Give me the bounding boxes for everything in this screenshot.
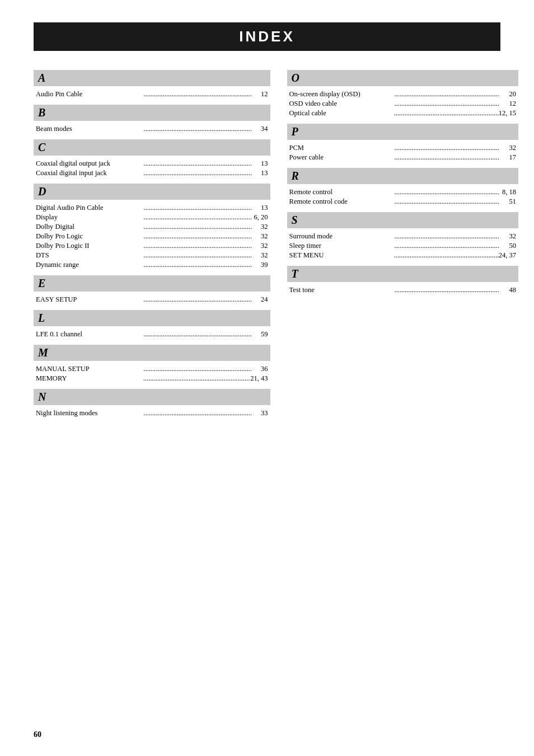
index-entry: Display.................................… bbox=[34, 213, 270, 222]
entry-label: Dolby Pro Logic II bbox=[36, 242, 142, 250]
section-header-n: N bbox=[34, 389, 270, 405]
entry-dots: ........................................… bbox=[393, 232, 499, 241]
index-entry: Coaxial digital input jack..............… bbox=[34, 168, 270, 178]
entry-label: Dolby Digital bbox=[36, 223, 142, 231]
entry-dots: ........................................… bbox=[142, 251, 251, 260]
entry-label: Night listening modes bbox=[36, 409, 142, 417]
entry-page: 32 bbox=[251, 232, 268, 241]
entry-dots: ........................................… bbox=[142, 223, 251, 231]
index-entry: Digital Audio Pin Cable.................… bbox=[34, 203, 270, 213]
entry-dots: ........................................… bbox=[393, 286, 499, 294]
section-header-s: S bbox=[287, 212, 519, 228]
entry-dots: ........................................… bbox=[142, 169, 251, 177]
entry-dots: ........................................… bbox=[142, 374, 251, 383]
section-header-m: M bbox=[34, 345, 270, 361]
entry-label: Audio Pin Cable bbox=[36, 90, 142, 98]
section-header-t: T bbox=[287, 266, 519, 282]
index-entry: DTS.....................................… bbox=[34, 251, 270, 260]
entry-dots: ........................................… bbox=[142, 242, 251, 250]
entry-dots: ........................................… bbox=[142, 295, 251, 304]
entry-page: 12 bbox=[251, 90, 268, 98]
section-header-o: O bbox=[287, 70, 519, 86]
index-columns: AAudio Pin Cable........................… bbox=[34, 64, 500, 418]
entry-label: OSD video cable bbox=[289, 100, 394, 108]
entry-page: 21, 43 bbox=[250, 374, 268, 383]
index-entry: On-screen display (OSD).................… bbox=[287, 90, 519, 99]
entry-page: 6, 20 bbox=[251, 213, 268, 222]
page-title: INDEX bbox=[34, 28, 500, 45]
entry-label: Remote control bbox=[289, 188, 394, 196]
entry-page: 13 bbox=[251, 169, 268, 177]
index-entry: MEMORY..................................… bbox=[34, 374, 270, 383]
entry-page: 50 bbox=[499, 242, 516, 250]
entry-label: Remote control code bbox=[289, 198, 394, 206]
entry-page: 48 bbox=[499, 286, 516, 294]
entry-dots: ........................................… bbox=[142, 213, 251, 222]
entry-page: 34 bbox=[251, 125, 268, 133]
index-entry: Power cable.............................… bbox=[287, 153, 519, 162]
entry-page: 32 bbox=[499, 144, 516, 152]
entry-label: Beam modes bbox=[36, 125, 142, 133]
index-entry: LFE 0.1 channel.........................… bbox=[34, 330, 270, 339]
index-entry: Optical cable...........................… bbox=[287, 109, 519, 118]
section-header-p: P bbox=[287, 124, 519, 140]
index-entry: EASY SETUP..............................… bbox=[34, 295, 270, 304]
entry-dots: ........................................… bbox=[393, 109, 499, 118]
entry-label: Sleep timer bbox=[289, 242, 394, 250]
entry-page: 8, 18 bbox=[499, 188, 516, 196]
entry-label: Coaxial digital output jack bbox=[36, 159, 142, 168]
entry-label: EASY SETUP bbox=[36, 295, 142, 304]
entry-page: 24 bbox=[251, 295, 268, 304]
entry-dots: ........................................… bbox=[393, 100, 499, 108]
index-entry: Sleep timer.............................… bbox=[287, 241, 519, 251]
index-entry: PCM.....................................… bbox=[287, 143, 519, 153]
entry-label: DTS bbox=[36, 251, 142, 260]
index-entry: MANUAL SETUP............................… bbox=[34, 364, 270, 374]
entry-label: MEMORY bbox=[36, 374, 142, 383]
entry-page: 17 bbox=[499, 153, 516, 162]
entry-label: Digital Audio Pin Cable bbox=[36, 204, 142, 212]
entry-dots: ........................................… bbox=[142, 125, 251, 133]
entry-label: Dolby Pro Logic bbox=[36, 232, 142, 241]
section-header-r: R bbox=[287, 168, 519, 184]
entry-page: 24, 37 bbox=[499, 251, 516, 260]
entry-label: SET MENU bbox=[289, 251, 393, 260]
index-entry: Dolby Pro Logic.........................… bbox=[34, 232, 270, 241]
index-entry: OSD video cable.........................… bbox=[287, 99, 519, 109]
entry-dots: ........................................… bbox=[142, 159, 251, 168]
entry-label: LFE 0.1 channel bbox=[36, 330, 142, 339]
entry-label: Surround mode bbox=[289, 232, 394, 241]
title-bar: INDEX bbox=[34, 22, 500, 51]
right-column: OOn-screen display (OSD)................… bbox=[287, 64, 519, 418]
index-entry: SET MENU................................… bbox=[287, 251, 519, 260]
entry-dots: ........................................… bbox=[393, 251, 499, 260]
index-entry: Remote control..........................… bbox=[287, 187, 519, 197]
index-entry: Surround mode...........................… bbox=[287, 232, 519, 241]
index-entry: Beam modes..............................… bbox=[34, 124, 270, 134]
entry-page: 33 bbox=[251, 409, 268, 417]
entry-dots: ........................................… bbox=[393, 90, 499, 98]
entry-label: Power cable bbox=[289, 153, 394, 162]
entry-page: 32 bbox=[499, 232, 516, 241]
entry-page: 51 bbox=[499, 198, 516, 206]
section-header-l: L bbox=[34, 310, 270, 326]
entry-dots: ........................................… bbox=[142, 409, 251, 417]
index-entry: Dynamic range...........................… bbox=[34, 260, 270, 270]
entry-page: 32 bbox=[251, 251, 268, 260]
entry-label: Dynamic range bbox=[36, 261, 142, 269]
entry-label: On-screen display (OSD) bbox=[289, 90, 394, 98]
entry-label: PCM bbox=[289, 144, 394, 152]
index-entry: Audio Pin Cable.........................… bbox=[34, 90, 270, 99]
entry-page: 59 bbox=[251, 330, 268, 339]
section-header-b: B bbox=[34, 105, 270, 121]
entry-page: 32 bbox=[251, 242, 268, 250]
index-entry: Dolby Pro Logic II......................… bbox=[34, 241, 270, 251]
entry-dots: ........................................… bbox=[142, 330, 251, 339]
entry-label: Test tone bbox=[289, 286, 394, 294]
page-number: 60 bbox=[34, 730, 41, 739]
entry-dots: ........................................… bbox=[142, 204, 251, 212]
index-entry: Coaxial digital output jack.............… bbox=[34, 159, 270, 168]
index-entry: Test tone...............................… bbox=[287, 285, 519, 295]
entry-page: 36 bbox=[251, 365, 268, 373]
entry-page: 32 bbox=[251, 223, 268, 231]
